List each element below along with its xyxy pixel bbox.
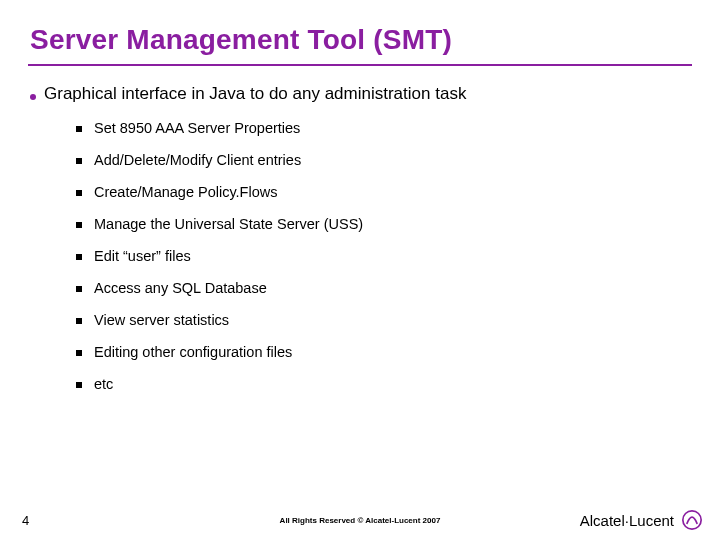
page-number: 4 [22,513,29,528]
subpoint-text: View server statistics [94,312,229,328]
brand-logo-icon [682,510,702,530]
square-bullet-icon [76,190,82,196]
svg-point-0 [683,511,701,529]
slide-footer: 4 All Rights Reserved © Alcatel-Lucent 2… [0,510,720,530]
list-item: Editing other configuration files [76,344,692,360]
subpoint-text: Editing other configuration files [94,344,292,360]
subpoint-text: Add/Delete/Modify Client entries [94,152,301,168]
list-item: etc [76,376,692,392]
list-item: Manage the Universal State Server (USS) [76,216,692,232]
list-item: Access any SQL Database [76,280,692,296]
subpoint-text: Manage the Universal State Server (USS) [94,216,363,232]
list-item: Add/Delete/Modify Client entries [76,152,692,168]
subpoint-text: Set 8950 AAA Server Properties [94,120,300,136]
intro-bullet-row: Graphical interface in Java to do any ad… [30,84,692,104]
intro-text: Graphical interface in Java to do any ad… [44,84,466,104]
subpoint-text: Create/Manage Policy.Flows [94,184,277,200]
copyright-text: All Rights Reserved © Alcatel-Lucent 200… [280,516,441,525]
square-bullet-icon [76,382,82,388]
square-bullet-icon [76,286,82,292]
list-item: Create/Manage Policy.Flows [76,184,692,200]
square-bullet-icon [76,318,82,324]
slide-title: Server Management Tool (SMT) [28,24,692,62]
brand-text: Alcatel·Lucent [580,512,674,529]
title-underline [28,64,692,66]
sub-bullet-list: Set 8950 AAA Server Properties Add/Delet… [76,120,692,392]
subpoint-text: Access any SQL Database [94,280,267,296]
circle-bullet-icon [30,94,36,100]
square-bullet-icon [76,350,82,356]
square-bullet-icon [76,222,82,228]
list-item: Edit “user” files [76,248,692,264]
brand: Alcatel·Lucent [580,510,702,530]
square-bullet-icon [76,254,82,260]
square-bullet-icon [76,158,82,164]
list-item: Set 8950 AAA Server Properties [76,120,692,136]
subpoint-text: Edit “user” files [94,248,191,264]
slide: Server Management Tool (SMT) Graphical i… [0,0,720,540]
square-bullet-icon [76,126,82,132]
list-item: View server statistics [76,312,692,328]
subpoint-text: etc [94,376,113,392]
